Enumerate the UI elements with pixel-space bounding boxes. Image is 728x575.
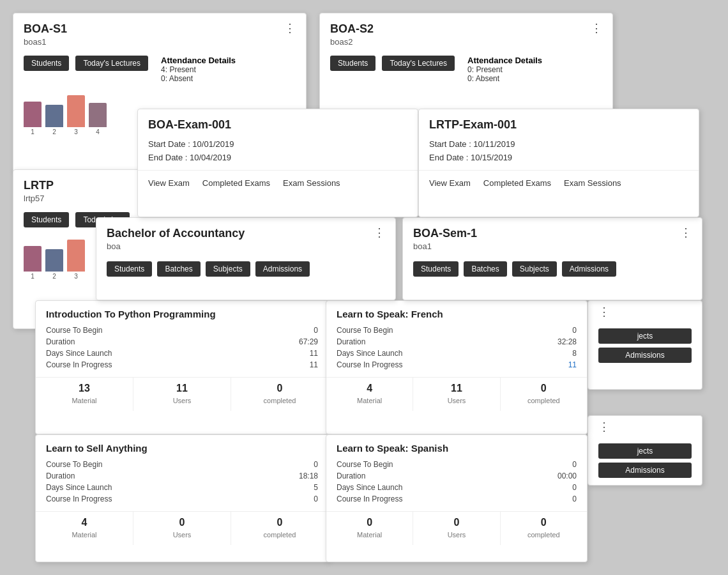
exam-lrtp-start: Start Date : 10/11/2019 — [419, 137, 699, 150]
boa-prog-subtitle: boa — [107, 241, 245, 251]
boa-prog-admissions-button[interactable]: Admissions — [255, 261, 310, 277]
sell-title: Learn to Sell Anything — [36, 435, 328, 459]
right-bottom-menu-icon[interactable]: ⋮ — [598, 420, 610, 433]
french-stat-label-0: Course To Begin — [337, 326, 393, 335]
exam-lrtp-sessions-link[interactable]: Exam Sessions — [564, 178, 621, 188]
sell-completed-num: 0 — [234, 517, 326, 528]
french-stat-val-3: 11 — [568, 360, 577, 369]
spanish-stat-val-0: 0 — [572, 460, 577, 469]
python-stat-val-0: 0 — [314, 326, 318, 335]
spanish-users-num: 0 — [416, 517, 497, 528]
boas1-lectures-button[interactable]: Today's Lectures — [75, 56, 148, 71]
right-bottom-admissions-button[interactable]: Admissions — [598, 463, 692, 478]
spanish-completed-num: 0 — [503, 517, 584, 528]
sell-stat-label-1: Duration — [46, 471, 75, 480]
boasem1-menu-icon[interactable]: ⋮ — [680, 227, 692, 238]
sell-material-label: Material — [72, 531, 96, 539]
python-material-num: 13 — [38, 383, 130, 394]
spanish-material-label: Material — [357, 531, 382, 539]
python-stat-label-0: Course To Begin — [46, 326, 103, 335]
boasem1-students-button[interactable]: Students — [413, 261, 459, 277]
exam-lrtp-title: LRTP-Exam-001 — [429, 118, 517, 132]
french-stat-val-1: 32:28 — [557, 337, 577, 346]
spanish-stat-label-2: Days Since Launch — [337, 483, 402, 492]
python-stat-val-2: 11 — [310, 349, 318, 358]
spanish-stat-label-3: Course In Progress — [337, 494, 402, 503]
boas2-subtitle: boas2 — [330, 37, 374, 47]
spanish-completed-label: completed — [527, 531, 560, 539]
python-stat-val-3: 11 — [310, 360, 318, 369]
boasem1-subtitle: boa1 — [413, 241, 477, 251]
exam-boa-title: BOA-Exam-001 — [148, 118, 231, 132]
boa-prog-students-button[interactable]: Students — [107, 261, 152, 277]
french-stat-val-0: 0 — [572, 326, 577, 335]
sell-stat-val-3: 0 — [314, 494, 318, 503]
spanish-card: Learn to Speak: Spanish Course To Begin0… — [326, 434, 588, 562]
sell-stat-val-1: 18:18 — [299, 471, 318, 480]
spanish-stat-val-2: 0 — [572, 483, 577, 492]
spanish-material-num: 0 — [329, 517, 410, 528]
sell-stat-val-2: 5 — [314, 483, 318, 492]
right-bottom-subjects-button[interactable]: jects — [598, 443, 692, 459]
french-material-label: Material — [357, 397, 382, 404]
boa-prog-card: Bachelor of Accountancy boa ⋮ Students B… — [96, 217, 396, 300]
boasem1-admissions-button[interactable]: Admissions — [562, 261, 616, 277]
python-completed-label: completed — [264, 397, 296, 404]
boas2-menu-icon[interactable]: ⋮ — [591, 22, 602, 34]
sell-users-num: 0 — [136, 517, 228, 528]
sell-material-num: 4 — [38, 517, 130, 528]
boas2-lectures-button[interactable]: Today's Lectures — [382, 56, 455, 71]
boasem1-batches-button[interactable]: Batches — [464, 261, 506, 277]
boa-prog-menu-icon[interactable]: ⋮ — [374, 227, 385, 238]
right-partial-card-bottom: ⋮ jects Admissions — [588, 415, 702, 486]
spanish-users-label: Users — [448, 531, 466, 539]
exam-boa-start: Start Date : 10/01/2019 — [138, 137, 418, 150]
exam-boa-view-link[interactable]: View Exam — [148, 178, 190, 188]
boasem1-subjects-button[interactable]: Subjects — [512, 261, 557, 277]
french-completed-num: 0 — [503, 383, 584, 394]
lrtp-students-button[interactable]: Students — [24, 212, 69, 227]
french-footer: 4Material 11Users 0completed — [326, 377, 587, 411]
sell-completed-label: completed — [264, 531, 296, 539]
lrtp-title: LRTP — [24, 179, 54, 192]
french-stats: Course To Begin0 Duration32:28 Days Sinc… — [326, 325, 587, 371]
french-stat-label-3: Course In Progress — [337, 360, 402, 369]
exam-lrtp-card: LRTP-Exam-001 Start Date : 10/11/2019 En… — [418, 109, 699, 217]
python-footer: 13Material 11Users 0completed — [36, 377, 328, 411]
boas2-students-button[interactable]: Students — [330, 56, 375, 71]
python-stats: Course To Begin0 Duration67:29 Days Sinc… — [36, 325, 328, 371]
python-stat-label-1: Duration — [46, 337, 75, 346]
sell-stat-label-2: Days Since Launch — [46, 483, 112, 492]
boa-prog-batches-button[interactable]: Batches — [157, 261, 200, 277]
boas1-students-button[interactable]: Students — [24, 56, 69, 71]
french-users-label: Users — [448, 397, 466, 404]
right-top-menu-icon[interactable]: ⋮ — [598, 305, 610, 318]
french-stat-label-2: Days Since Launch — [337, 349, 402, 358]
spanish-stat-label-0: Course To Begin — [337, 460, 393, 469]
sell-card: Learn to Sell Anything Course To Begin0 … — [35, 434, 329, 562]
python-stat-val-1: 67:29 — [299, 337, 318, 346]
right-top-subjects-button[interactable]: jects — [598, 328, 692, 344]
boa-prog-subjects-button[interactable]: Subjects — [206, 261, 250, 277]
python-stat-label-2: Days Since Launch — [46, 349, 112, 358]
spanish-title: Learn to Speak: Spanish — [326, 435, 587, 459]
boas1-absent: 0: Absent — [161, 74, 236, 83]
boas1-attendance-title: Attendance Details — [161, 56, 236, 65]
french-users-num: 11 — [416, 383, 497, 394]
python-title: Introduction To Python Programming — [36, 301, 328, 325]
french-title: Learn to Speak: French — [326, 301, 587, 325]
french-material-num: 4 — [329, 383, 410, 394]
lrtp-subtitle: lrtp57 — [24, 194, 54, 203]
python-completed-num: 0 — [234, 383, 326, 394]
exam-boa-completed-link[interactable]: Completed Exams — [202, 178, 270, 188]
spanish-stat-val-3: 0 — [572, 494, 577, 503]
python-card: Introduction To Python Programming Cours… — [35, 300, 329, 434]
exam-boa-sessions-link[interactable]: Exam Sessions — [283, 178, 340, 188]
exam-lrtp-view-link[interactable]: View Exam — [429, 178, 471, 188]
boas1-present: 4: Present — [161, 65, 236, 74]
exam-lrtp-end: End Date : 10/15/2019 — [419, 150, 699, 164]
boas1-menu-icon[interactable]: ⋮ — [284, 22, 296, 34]
right-top-admissions-button[interactable]: Admissions — [598, 348, 692, 363]
spanish-stat-val-1: 00:00 — [557, 471, 577, 480]
exam-lrtp-completed-link[interactable]: Completed Exams — [483, 178, 551, 188]
